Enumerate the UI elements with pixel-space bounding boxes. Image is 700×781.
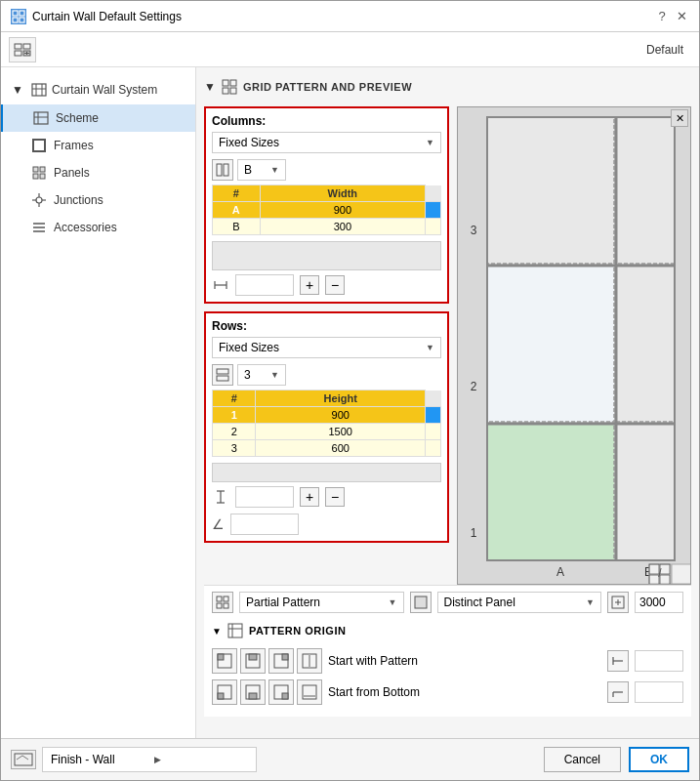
start-from-bottom-input[interactable]: 0 (635, 681, 683, 703)
columns-remove-button[interactable]: − (325, 275, 345, 295)
col-id-b: B (213, 219, 261, 235)
table-row[interactable]: 2 1500 (213, 424, 441, 440)
col-scroll-header (426, 185, 441, 202)
sidebar-item-scheme[interactable]: Scheme (1, 104, 195, 132)
panels-icon (30, 164, 48, 182)
svg-rect-66 (224, 603, 228, 608)
angle-input[interactable]: 90.00° (230, 514, 299, 535)
help-button[interactable]: ? (654, 9, 670, 24)
sidebar-group-curtainwall[interactable]: ▼ Curtain Wall System (1, 75, 195, 104)
close-button[interactable]: ✕ (674, 9, 689, 24)
preview-area: ✕ 3 2 1 A B (457, 106, 691, 585)
svg-rect-46 (616, 117, 675, 264)
panel-grid-icon[interactable] (410, 592, 432, 613)
rows-total-input[interactable]: 3000 (235, 486, 294, 508)
svg-rect-40 (217, 376, 228, 381)
toolbar-icon-button[interactable] (9, 37, 36, 62)
grid-collapse-arrow[interactable]: ▼ (204, 80, 216, 94)
finish-wall-dropdown[interactable]: Finish - Wall ▶ (42, 747, 257, 772)
sidebar-item-frames-label: Frames (54, 139, 94, 152)
svg-rect-34 (217, 164, 222, 176)
table-row[interactable]: B 300 (213, 219, 441, 235)
row-scroll-1 (426, 407, 441, 424)
pattern-grid-icon[interactable] (212, 592, 233, 613)
row-label-3: 3 (471, 224, 477, 237)
row-height-header: Height (256, 390, 426, 407)
col-input-a[interactable] (318, 204, 367, 216)
cancel-button[interactable]: Cancel (544, 747, 621, 772)
columns-add-button[interactable]: + (300, 275, 319, 295)
svg-rect-49 (487, 424, 614, 560)
swp-icon-3[interactable] (268, 648, 294, 674)
start-with-pattern-label: Start with Pattern (328, 654, 601, 668)
pattern-origin-arrow[interactable]: ▼ (212, 626, 222, 637)
partial-pattern-dropdown[interactable]: Partial Pattern ▼ (239, 592, 404, 613)
svg-rect-65 (217, 603, 222, 608)
columns-grid-icon[interactable] (212, 159, 233, 181)
row-scroll-header (426, 390, 441, 407)
rows-remove-button[interactable]: − (325, 487, 345, 507)
swp-icon-2[interactable] (240, 648, 266, 674)
start-with-pattern-input[interactable]: 0 (635, 650, 683, 672)
rows-scroll-area (212, 463, 441, 482)
sfb-icon-2[interactable] (240, 679, 266, 705)
svg-line-96 (22, 756, 28, 760)
table-row[interactable]: 3 600 (213, 440, 441, 457)
svg-rect-63 (217, 596, 222, 601)
preview-svg: 3 2 1 A B (458, 107, 691, 585)
rows-grid-icon[interactable] (212, 364, 233, 386)
svg-rect-57 (672, 564, 691, 584)
rows-dropdown-arrow: ▼ (426, 343, 434, 352)
grid-section-header: ▼ GRID PATTERN AND PREVIEW (204, 75, 691, 99)
grid-section-title: GRID PATTERN AND PREVIEW (243, 81, 412, 93)
rows-mode-dropdown[interactable]: Fixed Sizes ▼ (212, 337, 441, 358)
footer-right: Cancel OK (544, 747, 689, 772)
pattern-value-input[interactable] (635, 592, 683, 613)
finish-icon (11, 750, 36, 769)
rows-add-button[interactable]: + (300, 487, 319, 507)
svg-rect-18 (33, 167, 38, 172)
columns-total-input[interactable]: 1200 (235, 274, 294, 296)
sidebar-item-panels-label: Panels (54, 166, 90, 180)
columns-total-icon (212, 276, 229, 294)
svg-rect-5 (23, 44, 30, 49)
sidebar-item-scheme-label: Scheme (56, 111, 99, 125)
sidebar-item-junctions[interactable]: Junctions (1, 186, 195, 214)
row-id-3: 3 (213, 440, 256, 457)
row-id-2: 2 (213, 424, 256, 440)
preview-close-button[interactable]: ✕ (671, 109, 688, 127)
table-row[interactable]: 1 (213, 407, 441, 424)
columns-mode-dropdown[interactable]: Fixed Sizes ▼ (212, 132, 441, 153)
row-label-1: 1 (471, 526, 477, 540)
svg-rect-85 (218, 693, 224, 699)
sidebar-item-panels[interactable]: Panels (1, 159, 195, 186)
sfb-icon-1[interactable] (212, 679, 237, 705)
start-from-bottom-icons (212, 679, 322, 705)
columns-table-container: # Width A (212, 185, 441, 241)
swp-icon-4[interactable] (297, 648, 322, 674)
col-id-a: A (213, 202, 261, 219)
accessories-icon (30, 219, 48, 236)
svg-rect-87 (249, 693, 257, 699)
columns-grid-dropdown[interactable]: B ▼ (237, 159, 286, 181)
table-row[interactable]: A (213, 202, 441, 219)
sidebar-group-label: Curtain Wall System (52, 83, 157, 97)
svg-rect-47 (487, 266, 614, 422)
sfb-icon-4[interactable] (297, 679, 322, 705)
sidebar-item-accessories[interactable]: Accessories (1, 214, 195, 241)
swp-icon-1[interactable] (212, 648, 237, 674)
columns-table: # Width A (212, 185, 441, 235)
row-input-1[interactable] (316, 409, 365, 421)
ok-button[interactable]: OK (629, 747, 689, 772)
rows-grid-dropdown[interactable]: 3 ▼ (237, 364, 286, 386)
distinct-panel-dropdown[interactable]: Distinct Panel ▼ (437, 592, 602, 613)
svg-rect-4 (15, 44, 21, 49)
svg-rect-6 (15, 51, 21, 56)
pattern-origin-section: ▼ PATTERN ORIGIN (212, 619, 683, 705)
pattern-row: Partial Pattern ▼ Distinct Panel ▼ (212, 592, 683, 613)
sfb-icon-3[interactable] (268, 679, 294, 705)
sidebar-item-frames[interactable]: Frames (1, 132, 195, 159)
col-val-a[interactable] (260, 202, 425, 219)
row-val-1[interactable] (256, 407, 426, 424)
svg-rect-30 (223, 80, 228, 86)
